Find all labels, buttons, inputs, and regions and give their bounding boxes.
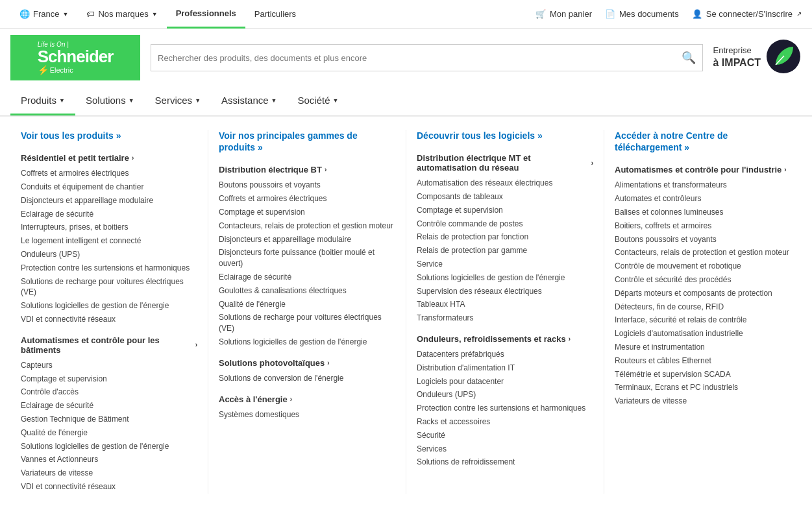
list-item[interactable]: Contrôle et sécurité des procédés (615, 273, 791, 287)
access-download-center-link[interactable]: Accéder à notre Centre de téléchargement… (615, 130, 791, 153)
list-item[interactable]: Eclairage de sécurité (219, 271, 395, 284)
list-item[interactable]: Sécurité (417, 429, 593, 442)
list-item[interactable]: Télémétrie et supervision SCADA (615, 368, 791, 381)
list-item[interactable]: Protection contre les surtensions et har… (417, 402, 593, 415)
list-item[interactable]: Supervision des réseaux électriques (417, 285, 593, 298)
list-item[interactable]: Solutions de recharge pour voitures élec… (21, 275, 197, 300)
section-residentiel-title[interactable]: Résidentiel et petit tertiaire › (21, 153, 197, 163)
country-selector[interactable]: 🌐 France ▼ (10, 0, 77, 29)
list-item[interactable]: Départs moteurs et composants de protect… (615, 287, 791, 300)
list-item[interactable]: Boitiers, coffrets et armoires (615, 219, 791, 233)
list-item[interactable]: Solutions logicielles de gestion de l'én… (219, 335, 395, 349)
list-item[interactable]: Vannes et Actionneurs (21, 453, 197, 466)
list-item[interactable]: Solutions de conversion de l'énergie (219, 372, 395, 385)
list-item[interactable]: Contrôle d'accès (21, 385, 197, 399)
list-item[interactable]: Comptage et supervision (219, 206, 395, 219)
chevron-icon: ▼ (62, 11, 68, 18)
list-item[interactable]: Logiciels d'automatisation industrielle (615, 327, 791, 341)
list-item[interactable]: Solutions logicielles de gestion de l'én… (21, 299, 197, 313)
list-item[interactable]: Qualité de l'énergie (21, 426, 197, 440)
list-item[interactable]: Gestion Technique de Bâtiment (21, 413, 197, 426)
list-item[interactable]: Eclairage de sécurité (21, 208, 197, 221)
list-item[interactable]: Terminaux, Ecrans et PC industriels (615, 381, 791, 394)
section-onduleurs-title[interactable]: Onduleurs, refroidissements et racks › (417, 334, 593, 344)
discover-software-link[interactable]: Découvrir tous les logiciels » (417, 130, 593, 141)
list-item[interactable]: Contrôle commande de postes (417, 217, 593, 231)
list-item[interactable]: Routeurs et câbles Ethernet (615, 354, 791, 368)
list-item[interactable]: VDI et connectivité réseaux (21, 480, 197, 494)
list-item[interactable]: Contacteurs, relais de protection et ges… (615, 246, 791, 259)
list-item[interactable]: Protection contre les surtensions et har… (21, 261, 197, 275)
list-item[interactable]: Transformateurs (417, 311, 593, 325)
section-automatismes-ind-title[interactable]: Automatismes et contrôle pour l'industri… (615, 165, 791, 175)
list-item[interactable]: Le logement intelligent et connecté (21, 234, 197, 248)
list-item[interactable]: Solutions logicielles de gestion de l'én… (417, 271, 593, 285)
list-item[interactable]: Comptage et supervision (21, 372, 197, 386)
list-item[interactable]: Balises et colonnes lumineuses (615, 206, 791, 219)
list-item[interactable]: Conduits et équipement de chantier (21, 180, 197, 194)
list-item[interactable]: Qualité de l'énergie (219, 298, 395, 311)
logo[interactable]: Life Is On | Schneider ⚡Electric (10, 35, 140, 80)
list-item[interactable]: Disjoncteurs et appareillage modulaire (21, 194, 197, 208)
section-photovoltaique-title[interactable]: Solutions photovoltaïques › (219, 358, 395, 368)
see-main-ranges-link[interactable]: Voir nos principales gammes de produits … (219, 130, 395, 153)
list-item[interactable]: VDI et connectivité réseaux (21, 313, 197, 326)
nav-services[interactable]: Services ▼ (145, 87, 211, 115)
search-button[interactable]: 🔍 (682, 51, 696, 65)
see-all-products-link[interactable]: Voir tous les produits » (21, 130, 197, 141)
search-input[interactable] (158, 53, 682, 63)
tab-particuliers[interactable]: Particuliers (245, 0, 305, 29)
list-item[interactable]: Relais de protection par fonction (417, 230, 593, 244)
list-item[interactable]: Variateurs de vitesse (21, 466, 197, 480)
nav-produits[interactable]: Produits ▼ (10, 87, 75, 115)
list-item[interactable]: Coffrets et armoires électriques (21, 167, 197, 180)
list-item[interactable]: Racks et accessoires (417, 415, 593, 429)
nav-assistance[interactable]: Assistance ▼ (211, 87, 287, 115)
section-acces-energie-title[interactable]: Accès à l'énergie › (219, 394, 395, 404)
list-item[interactable]: Composants de tableaux (417, 190, 593, 204)
list-item[interactable]: Interface, sécurité et relais de contrôl… (615, 313, 791, 327)
list-item[interactable]: Systèmes domestiques (219, 408, 395, 422)
list-item[interactable]: Capteurs (21, 359, 197, 372)
section-distrib-bt-title[interactable]: Distribution électrique BT › (219, 165, 395, 175)
section-distrib-mt-title[interactable]: Distribution électrique MT et automatisa… (417, 153, 593, 173)
list-item[interactable]: Service (417, 258, 593, 271)
list-item[interactable]: Datacenters préfabriqués (417, 348, 593, 361)
list-item[interactable]: Automatisation des réseaux électriques (417, 176, 593, 190)
list-item[interactable]: Goulottes & canalisations électriques (219, 284, 395, 298)
list-item[interactable]: Détecteurs, fin de course, RFID (615, 300, 791, 314)
list-item[interactable]: Automates et contrôleurs (615, 192, 791, 206)
list-item[interactable]: Boutons poussoirs et voyants (219, 178, 395, 192)
documents-button[interactable]: 📄 Mes documents (605, 9, 679, 19)
list-item[interactable]: Coffrets et armoires électriques (219, 192, 395, 206)
list-item[interactable]: Services (417, 442, 593, 456)
list-item[interactable]: Boutons poussoirs et voyants (615, 233, 791, 247)
nav-societe[interactable]: Société ▼ (288, 87, 349, 115)
list-item[interactable]: Variateurs de vitesse (615, 394, 791, 408)
list-item[interactable]: Onduleurs (UPS) (417, 388, 593, 402)
brands-selector[interactable]: 🏷 Nos marques ▼ (77, 0, 166, 29)
list-item[interactable]: Interrupteurs, prises, et boitiers (21, 221, 197, 234)
list-item[interactable]: Solutions logicielles de gestion de l'én… (21, 440, 197, 453)
list-item[interactable]: Contrôle de mouvement et robotique (615, 259, 791, 273)
list-item[interactable]: Distribution d'alimentation IT (417, 361, 593, 375)
nav-solutions[interactable]: Solutions ▼ (75, 87, 145, 115)
list-item[interactable]: Solutions de recharge pour voitures élec… (219, 311, 395, 335)
list-item[interactable]: Logiciels pour datacenter (417, 375, 593, 389)
login-button[interactable]: 👤 Se connecter/S'inscrire ↗ (692, 9, 802, 19)
list-item[interactable]: Mesure et instrumentation (615, 341, 791, 354)
list-item[interactable]: Onduleurs (UPS) (21, 248, 197, 261)
list-item[interactable]: Tableaux HTA (417, 298, 593, 311)
list-item[interactable]: Eclairage de sécurité (21, 399, 197, 413)
list-item[interactable]: Alimentations et transformateurs (615, 178, 791, 192)
cart-button[interactable]: 🛒 Mon panier (535, 9, 592, 19)
list-item[interactable]: Contacteurs, relais de protection et ges… (219, 219, 395, 233)
list-item[interactable]: Relais de protection par gamme (417, 244, 593, 258)
list-item[interactable]: Disjoncteurs et appareillage modulaire (219, 233, 395, 247)
section-automatismes-bat-title[interactable]: Automatismes et contrôle pour les bâtime… (21, 335, 197, 355)
nav-solutions-label: Solutions (86, 95, 126, 106)
list-item[interactable]: Comptage et supervision (417, 204, 593, 217)
list-item[interactable]: Solutions de refroidissement (417, 455, 593, 469)
tab-professionnels[interactable]: Professionnels (167, 0, 245, 29)
list-item[interactable]: Disjoncteurs forte puissance (boitier mo… (219, 246, 395, 271)
